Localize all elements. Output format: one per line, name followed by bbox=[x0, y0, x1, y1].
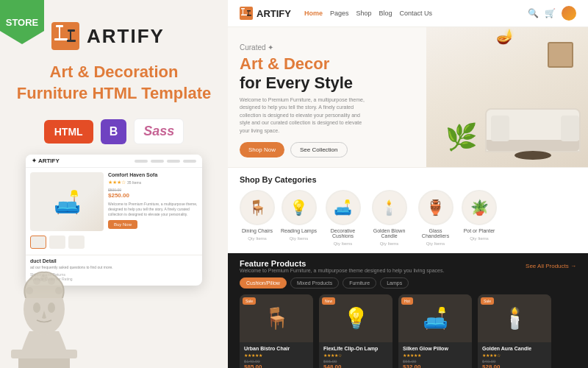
plant-decoration: 🌿 bbox=[445, 122, 478, 152]
left-panel: STORE ARTIFY Art & Decoration Furniture … bbox=[0, 0, 228, 368]
svg-rect-6 bbox=[67, 40, 76, 42]
html-badge: HTML bbox=[44, 120, 93, 144]
product-card-2[interactable]: 🛋️ Hot Silken Glow Pillow ★★★★★ $55.00 $… bbox=[398, 294, 472, 368]
bust-statue bbox=[0, 228, 96, 368]
product-name-3: Golden Aura Candle bbox=[482, 346, 547, 351]
product-price-3: $28.00 bbox=[482, 364, 547, 368]
feature-title: Feature Products bbox=[240, 259, 444, 268]
svg-point-13 bbox=[55, 287, 62, 294]
mockup-nav bbox=[135, 160, 196, 163]
nav-pages[interactable]: Pages bbox=[330, 10, 349, 17]
see-collection-button[interactable]: See Collection bbox=[290, 142, 348, 158]
product-stars-0: ★★★★★ bbox=[244, 353, 309, 358]
mockup-product-title: Comfort Haven Sofa bbox=[108, 172, 198, 177]
hero-section: Curated ✦ Art & Decor for Every Style We… bbox=[228, 27, 588, 167]
category-label-3: Golden Blown Candle bbox=[369, 228, 409, 238]
product-card-0[interactable]: 🪑 Sale Urban Bistro Chair ★★★★★ $140.00 … bbox=[240, 294, 313, 368]
svg-rect-19 bbox=[243, 10, 243, 15]
category-label-0: Dining Chairs bbox=[242, 228, 273, 233]
feature-header: Feature Products Welcome to Premium Furn… bbox=[240, 259, 576, 273]
right-panel: ARTIFY Home Pages Shop Blog Contact Us 🔍… bbox=[228, 0, 588, 368]
filter-furniture[interactable]: Furniture bbox=[343, 277, 376, 289]
mockup-desc: Welcome to Premium Furniture, a multipur… bbox=[108, 202, 198, 217]
mockup-product-info: Comfort Haven Sofa ★★★☆ 35 Items $500.00… bbox=[108, 172, 198, 231]
svg-rect-0 bbox=[51, 22, 79, 50]
nav-contact[interactable]: Contact Us bbox=[400, 10, 433, 17]
svg-rect-20 bbox=[241, 15, 247, 16]
product-image-3: 🕯️ Sale bbox=[478, 294, 551, 342]
product-price-0: $85.00 bbox=[244, 364, 309, 368]
category-item-1[interactable]: 💡 Reading Lamps Qty Items bbox=[281, 190, 317, 246]
product-price-2: $32.00 bbox=[403, 364, 467, 368]
filter-mixed[interactable]: Mixed Products bbox=[290, 277, 339, 289]
mockup-stars: ★★★☆ 35 Items bbox=[108, 180, 198, 185]
hero-title: Art & Decor for Every Style bbox=[240, 54, 415, 93]
svg-point-11 bbox=[48, 302, 55, 313]
product-stars-2: ★★★★★ bbox=[403, 353, 467, 358]
category-label-1: Reading Lamps bbox=[281, 228, 317, 233]
sass-badge: Sass bbox=[134, 118, 184, 144]
logo-area: ARTIFY bbox=[51, 22, 165, 50]
lamp-decoration: 🪔 bbox=[496, 27, 514, 45]
product-price-1: $48.00 bbox=[323, 364, 388, 368]
nav-shop[interactable]: Shop bbox=[356, 10, 372, 17]
hero-buttons: Shop Now See Collection bbox=[240, 142, 415, 158]
category-icon-2: 🛋️ bbox=[326, 190, 361, 225]
svg-rect-23 bbox=[247, 15, 251, 16]
product-info-0: Urban Bistro Chair ★★★★★ $140.00 $85.00 bbox=[240, 342, 313, 368]
filter-lamps[interactable]: Lamps bbox=[380, 277, 409, 289]
category-item-5[interactable]: 🪴 Pot or Planter Qty Items bbox=[462, 190, 497, 246]
products-grid: 🪑 Sale Urban Bistro Chair ★★★★★ $140.00 … bbox=[240, 294, 576, 368]
shop-now-button[interactable]: Shop Now bbox=[240, 142, 284, 158]
svg-rect-21 bbox=[247, 10, 251, 12]
category-item-2[interactable]: 🛋️ Decorative Cushions Qty Items bbox=[323, 190, 363, 246]
product-info-2: Silken Glow Pillow ★★★★★ $55.00 $32.00 bbox=[398, 342, 472, 368]
navbar: ARTIFY Home Pages Shop Blog Contact Us 🔍… bbox=[228, 0, 588, 27]
svg-rect-1 bbox=[56, 25, 63, 27]
mockup-header: ✦ ARTIFY bbox=[26, 155, 202, 168]
product-name-0: Urban Bistro Chair bbox=[244, 346, 309, 351]
product-card-1[interactable]: 💡 New FlexLife Clip-On Lamp ★★★★☆ $65.00… bbox=[319, 294, 392, 368]
filter-cushion[interactable]: Cushion/Pillow bbox=[240, 277, 287, 289]
nav-home[interactable]: Home bbox=[304, 10, 323, 17]
logo-text: ARTIFY bbox=[87, 25, 165, 48]
product-image-1: 💡 New bbox=[319, 294, 392, 342]
svg-rect-8 bbox=[11, 350, 77, 358]
categories-title: Shop By Categories bbox=[240, 175, 576, 184]
category-item-4[interactable]: 🏺 Glass Chandeliers Qty Items bbox=[415, 190, 456, 246]
nav-blog[interactable]: Blog bbox=[379, 10, 392, 17]
product-badge-3: Sale bbox=[481, 297, 494, 305]
category-icon-1: 💡 bbox=[282, 190, 317, 225]
user-avatar[interactable] bbox=[562, 6, 576, 21]
bootstrap-badge: B bbox=[101, 119, 127, 144]
category-item-3[interactable]: 🕯️ Golden Blown Candle Qty Items bbox=[369, 190, 409, 246]
category-count-1: Qty Items bbox=[290, 236, 309, 241]
svg-point-10 bbox=[33, 302, 40, 313]
hero-subtitle: Curated ✦ bbox=[240, 43, 415, 52]
mockup-buy-btn[interactable]: Buy Now bbox=[108, 220, 137, 229]
category-icon-3: 🕯️ bbox=[372, 190, 407, 225]
hero-content: Curated ✦ Art & Decor for Every Style We… bbox=[228, 27, 426, 167]
categories-section: Shop By Categories 🪑 Dining Chairs Qty I… bbox=[228, 167, 588, 253]
cart-icon[interactable]: 🛒 bbox=[545, 8, 556, 18]
category-count-4: Qty Items bbox=[426, 241, 445, 246]
category-item-0[interactable]: 🪑 Dining Chairs Qty Items bbox=[240, 190, 275, 246]
nav-logo: ARTIFY bbox=[240, 7, 291, 20]
mockup-price: $250.00 bbox=[108, 192, 198, 199]
mockup-body: 🛋️ Comfort Haven Sofa ★★★☆ 35 Items $500… bbox=[26, 168, 202, 236]
see-all-button[interactable]: See All Products → bbox=[526, 263, 576, 269]
svg-point-16 bbox=[40, 275, 48, 282]
hero-room-image: 🪔 🌿 bbox=[426, 27, 588, 167]
nav-logo-icon bbox=[240, 7, 253, 20]
product-stars-1: ★★★★☆ bbox=[323, 353, 388, 358]
table-decoration bbox=[514, 151, 551, 160]
feature-section: Feature Products Welcome to Premium Furn… bbox=[228, 253, 588, 368]
category-icon-0: 🪑 bbox=[240, 190, 275, 225]
hero-title-rest: for Every Style bbox=[240, 74, 353, 92]
search-icon[interactable]: 🔍 bbox=[528, 8, 539, 18]
product-stars-3: ★★★★☆ bbox=[482, 353, 547, 358]
mockup-logo: ✦ ARTIFY bbox=[32, 158, 60, 164]
feature-subtitle: Welcome to Premium Furniture, a multipur… bbox=[240, 268, 444, 273]
product-card-3[interactable]: 🕯️ Sale Golden Aura Candle ★★★★☆ $40.00 … bbox=[478, 294, 551, 368]
product-info-3: Golden Aura Candle ★★★★☆ $40.00 $28.00 bbox=[478, 342, 551, 368]
